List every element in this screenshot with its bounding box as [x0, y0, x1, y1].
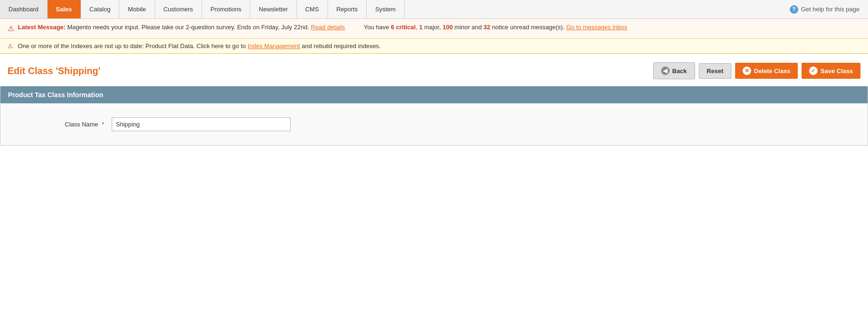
- nav-item-promotions[interactable]: Promotions: [202, 0, 251, 18]
- class-name-label: Class Name *: [8, 121, 112, 128]
- delete-label: Delete Class: [754, 67, 790, 75]
- right-text-suffix: notice unread message(s).: [490, 24, 565, 31]
- right-text-mid2: major,: [423, 24, 443, 31]
- help-link[interactable]: ? Get help for this page: [781, 0, 868, 18]
- major-count: 1: [419, 24, 422, 31]
- nav-item-system[interactable]: System: [367, 0, 404, 18]
- latest-message-label: Latest Message:: [18, 24, 66, 31]
- alert-icon: ⚠: [8, 23, 14, 34]
- save-class-button[interactable]: ✓ Save Class: [802, 63, 860, 79]
- right-text-mid3: minor and: [453, 24, 483, 31]
- right-text-prefix: You have: [364, 24, 391, 31]
- section-header: Product Tax Class Information: [0, 86, 868, 103]
- class-name-label-text: Class Name: [65, 121, 98, 128]
- nav-item-sales[interactable]: Sales: [48, 0, 81, 18]
- save-icon: ✓: [809, 67, 818, 75]
- inbox-link[interactable]: Go to messages inbox: [566, 24, 627, 31]
- nav-item-catalog[interactable]: Catalog: [81, 0, 120, 18]
- delete-class-button[interactable]: ✕ Delete Class: [735, 63, 798, 79]
- page-actions: ◀ Back Reset ✕ Delete Class ✓ Save Class: [653, 62, 861, 79]
- help-label: Get help for this page: [801, 6, 860, 13]
- class-name-input[interactable]: [112, 117, 291, 131]
- delete-icon: ✕: [743, 67, 751, 75]
- index-alert-icon: ⚠: [8, 42, 13, 50]
- nav-item-mobile[interactable]: Mobile: [119, 0, 155, 18]
- section-body: Class Name *: [0, 103, 868, 145]
- index-alert-text-after: and rebuild required indexes.: [300, 42, 381, 50]
- help-icon: ?: [790, 5, 798, 14]
- required-indicator: *: [102, 121, 104, 128]
- index-management-link[interactable]: Index Management: [247, 42, 300, 50]
- back-label: Back: [672, 67, 687, 75]
- class-name-input-container: [112, 117, 291, 131]
- alert-message-text: Latest Message: Magento needs your input…: [18, 23, 860, 32]
- save-label: Save Class: [820, 67, 853, 75]
- nav-item-reports[interactable]: Reports: [328, 0, 367, 18]
- nav-item-dashboard[interactable]: Dashboard: [0, 0, 48, 18]
- reset-button[interactable]: Reset: [699, 63, 731, 79]
- page-header: Edit Class 'Shipping' ◀ Back Reset ✕ Del…: [0, 54, 868, 86]
- critical-count: 6 critical: [391, 24, 416, 31]
- read-details-link[interactable]: Read details: [311, 24, 345, 31]
- reset-label: Reset: [707, 67, 723, 75]
- back-icon: ◀: [661, 67, 670, 75]
- top-navigation: Dashboard Sales Catalog Mobile Customers…: [0, 0, 868, 19]
- product-tax-class-panel: Product Tax Class Information Class Name…: [0, 86, 868, 146]
- notice-count: 32: [483, 24, 490, 31]
- index-alert-text-before: One or more of the Indexes are not up to…: [18, 42, 248, 50]
- nav-item-customers[interactable]: Customers: [155, 0, 202, 18]
- nav-item-newsletter[interactable]: Newsletter: [250, 0, 296, 18]
- section-header-label: Product Tax Class Information: [8, 91, 103, 99]
- nav-item-cms[interactable]: CMS: [297, 0, 328, 18]
- minor-count: 100: [442, 24, 453, 31]
- page-title: Edit Class 'Shipping': [8, 66, 100, 76]
- latest-message-banner: ⚠ Latest Message: Magento needs your inp…: [0, 19, 868, 39]
- index-alert-banner: ⚠ One or more of the Indexes are not up …: [0, 39, 868, 54]
- class-name-row: Class Name *: [8, 113, 860, 136]
- back-button[interactable]: ◀ Back: [653, 62, 695, 79]
- alert-message-body1: Magento needs your input. Please take ou…: [67, 24, 236, 31]
- alert-message-body2: Ends on Friday, July 22nd.: [237, 24, 309, 31]
